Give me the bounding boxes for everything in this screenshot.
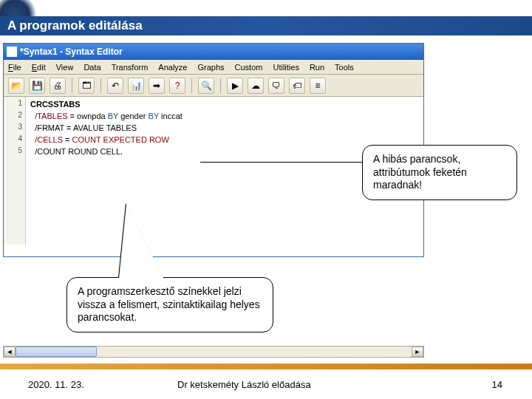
variables-icon[interactable]: ☁ <box>248 78 264 94</box>
slide-title: A programok editálása <box>0 16 532 35</box>
slide-footer: 2020. 11. 23. Dr ketskeméty László előad… <box>0 369 532 399</box>
window-title-text: *Syntax1 - Syntax Editor <box>20 47 123 57</box>
gutter-line: 5 <box>4 146 25 158</box>
open-icon[interactable]: 📂 <box>8 78 24 94</box>
code-line-1: CRCSSTABS <box>30 98 419 110</box>
code-line-5: /COUNT ROUND CELL. <box>30 146 419 157</box>
scroll-track[interactable] <box>16 347 412 357</box>
help-icon[interactable]: ? <box>169 78 185 94</box>
horizontal-scrollbar[interactable]: ◄ ► <box>3 346 424 358</box>
window-titlebar: *Syntax1 - Syntax Editor <box>4 44 423 60</box>
app-icon <box>7 47 17 57</box>
menu-view[interactable]: View <box>56 63 74 72</box>
run-icon[interactable]: ▶ <box>227 78 243 94</box>
footer-divider <box>0 364 532 369</box>
print-icon[interactable]: 🖨 <box>50 78 66 94</box>
footer-author: Dr ketskeméty László előadása <box>177 379 311 390</box>
menu-data[interactable]: Data <box>83 63 100 72</box>
menu-run[interactable]: Run <box>310 63 324 72</box>
gutter-line: 1 <box>4 99 25 111</box>
callout-errors: A hibás parancsok, attribútumok feketén … <box>362 145 517 200</box>
footer-date: 2020. 11. 23. <box>28 379 84 390</box>
value-labels-icon[interactable]: 🏷 <box>289 78 305 94</box>
menu-tools[interactable]: Tools <box>335 63 354 72</box>
footer-page-number: 14 <box>492 379 502 390</box>
menu-utilities[interactable]: Utilities <box>273 63 299 72</box>
gutter-line: 2 <box>4 111 25 123</box>
code-area[interactable]: 1 2 3 4 5 CRCSSTABS /TABLES = ownpda BY … <box>4 97 423 245</box>
menubar[interactable]: File Edit View Data Transform Analyze Gr… <box>4 60 423 75</box>
code-line-4: /CELLS = COUNT EXPECTED ROW <box>30 134 419 146</box>
gutter-line: 3 <box>4 123 25 134</box>
callout-colors: A programszerkesztő színekkel jelzi viss… <box>66 277 273 332</box>
dialog-recall-icon[interactable]: 🗔 <box>78 78 95 94</box>
menu-graphs[interactable]: Graphs <box>197 63 224 72</box>
menu-file[interactable]: File <box>8 63 21 72</box>
comment-icon[interactable]: 🗨 <box>268 78 284 94</box>
scroll-left-icon[interactable]: ◄ <box>4 347 16 357</box>
goto-chart-icon[interactable]: 📊 <box>128 78 144 94</box>
use-sets-icon[interactable]: ≡ <box>310 78 326 94</box>
goto-case-icon[interactable]: ➡ <box>149 78 165 94</box>
line-gutter: 1 2 3 4 5 <box>4 97 26 245</box>
toolbar: 📂 💾 🖨 🗔 ↶ 📊 ➡ ? 🔍 ▶ ☁ 🗨 🏷 ≡ <box>4 75 423 97</box>
syntax-editor-window: *Syntax1 - Syntax Editor File Edit View … <box>3 43 424 257</box>
find-icon[interactable]: 🔍 <box>198 78 214 94</box>
menu-analyze[interactable]: Analyze <box>158 63 187 72</box>
scroll-right-icon[interactable]: ► <box>412 347 423 357</box>
code-line-3: /FRMAT = AVALUE TABLES <box>30 122 419 134</box>
menu-transform[interactable]: Transform <box>112 63 149 72</box>
menu-custom[interactable]: Custom <box>235 63 263 72</box>
save-icon[interactable]: 💾 <box>29 78 45 94</box>
undo-icon[interactable]: ↶ <box>107 78 123 94</box>
menu-edit[interactable]: Edit <box>32 63 46 72</box>
scroll-thumb[interactable] <box>16 347 97 357</box>
gutter-line: 4 <box>4 134 25 146</box>
code-line-2: /TABLES = ownpda BY gender BY inccat <box>30 110 419 122</box>
